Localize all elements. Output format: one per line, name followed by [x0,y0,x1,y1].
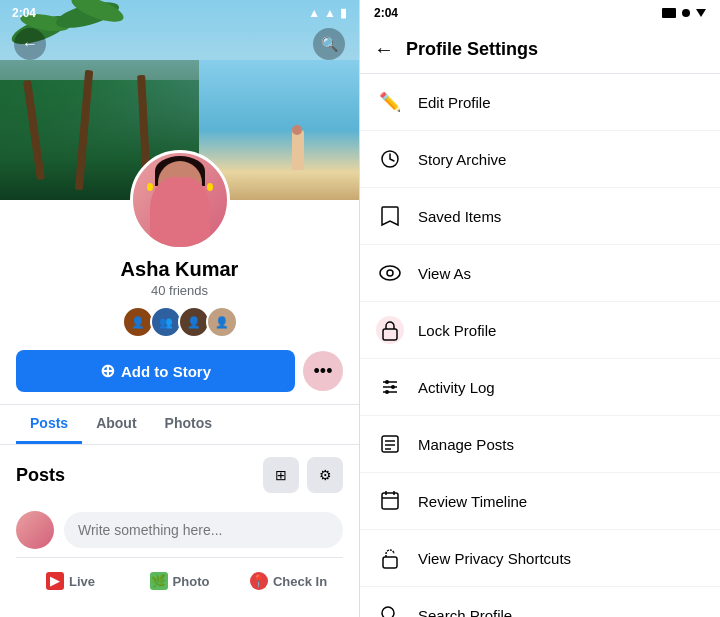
add-story-button[interactable]: ⊕ Add to Story [16,350,295,392]
svg-point-8 [391,385,395,389]
add-story-label: Add to Story [121,363,211,380]
menu-item-edit-profile[interactable]: ✏️ Edit Profile [360,74,720,131]
checkin-icon: 📍 [250,572,268,590]
menu-item-manage-posts[interactable]: Manage Posts [360,416,720,473]
friend-avatar-1[interactable]: 👤 [122,306,154,338]
avatar-body [150,177,210,250]
lock-profile-label: Lock Profile [418,322,496,339]
friend-avatars: 👤 👥 👤 👤 [122,306,238,338]
filter-button[interactable]: ⊞ [263,457,299,493]
tabs-row: Posts About Photos [0,404,359,445]
back-button[interactable]: ← [14,28,46,60]
menu-item-view-as[interactable]: View As [360,245,720,302]
menu-item-view-privacy[interactable]: View Privacy Shortcuts [360,530,720,587]
menu-item-story-archive[interactable]: Story Archive [360,131,720,188]
svg-rect-18 [383,557,397,568]
search-button[interactable]: 🔍 [313,28,345,60]
triangle-icon [696,9,706,17]
story-archive-icon [376,145,404,173]
back-arrow-right[interactable]: ← [374,38,394,61]
menu-item-activity-log[interactable]: Activity Log [360,359,720,416]
review-timeline-icon [376,487,404,515]
profile-name: Asha Kumar [121,258,239,281]
review-timeline-label: Review Timeline [418,493,527,510]
view-as-icon [376,259,404,287]
add-icon: ⊕ [100,360,115,382]
svg-point-19 [382,607,394,617]
wifi-icon: ▲ [324,6,336,20]
menu-item-search-profile[interactable]: Search Profile [360,587,720,617]
menu-item-review-timeline[interactable]: Review Timeline [360,473,720,530]
menu-item-saved-items[interactable]: Saved Items [360,188,720,245]
tab-about[interactable]: About [82,405,150,444]
photo-button[interactable]: 🌿 Photo [125,566,234,596]
status-bar-left: 2:04 ▲ ▲ ▮ [0,0,359,26]
saved-items-label: Saved Items [418,208,501,225]
checkin-button[interactable]: 📍 Check In [234,566,343,596]
battery-icon-left: ▮ [340,6,347,20]
svg-point-1 [380,266,400,280]
time-right: 2:04 [374,6,398,20]
story-archive-label: Story Archive [418,151,506,168]
status-icons-right [662,8,706,18]
right-panel: 2:04 ← Profile Settings ✏️ Edit Profile [360,0,720,617]
friend-avatar-2[interactable]: 👥 [150,306,182,338]
manage-posts-icon [376,430,404,458]
checkin-label: Check In [273,574,327,589]
saved-items-icon [376,202,404,230]
profile-settings-header: ← Profile Settings [360,26,720,74]
compose-row [16,503,343,557]
svg-rect-14 [382,493,398,509]
filter-icon: ⊞ [275,467,287,483]
ellipsis-icon: ••• [314,361,333,382]
settings-button[interactable]: ⚙ [307,457,343,493]
svg-point-2 [387,270,393,276]
settings-menu: ✏️ Edit Profile Story Archive [360,74,720,617]
media-row: ▶ Live 🌿 Photo 📍 Check In [16,557,343,604]
settings-title: Profile Settings [406,39,538,60]
friend-avatar-3[interactable]: 👤 [178,306,210,338]
status-icons-left: ▲ ▲ ▮ [308,6,347,20]
lock-profile-icon [376,316,404,344]
live-label: Live [69,574,95,589]
status-bar-right: 2:04 [360,0,720,26]
nav-bar: ← 🔍 [0,28,359,60]
compose-avatar [16,511,54,549]
action-row: ⊕ Add to Story ••• [0,338,359,404]
compose-input[interactable] [64,512,343,548]
posts-header: Posts ⊞ ⚙ [16,457,343,493]
time-left: 2:04 [12,6,36,20]
activity-log-icon [376,373,404,401]
signal-icon: ▲ [308,6,320,20]
edit-profile-icon: ✏️ [376,88,404,116]
live-icon: ▶ [46,572,64,590]
activity-log-label: Activity Log [418,379,495,396]
friend-avatar-4[interactable]: 👤 [206,306,238,338]
search-profile-label: Search Profile [418,607,512,618]
manage-posts-label: Manage Posts [418,436,514,453]
menu-item-lock-profile[interactable]: Lock Profile [360,302,720,359]
view-privacy-icon [376,544,404,572]
profile-section: Asha Kumar 40 friends 👤 👥 👤 👤 [0,150,359,338]
posts-controls: ⊞ ⚙ [263,457,343,493]
photo-label: Photo [173,574,210,589]
posts-section: Posts ⊞ ⚙ ▶ Live [0,445,359,604]
left-panel: ← 🔍 2:04 ▲ ▲ ▮ Asha Kumar 40 friends [0,0,360,617]
live-button[interactable]: ▶ Live [16,566,125,596]
more-options-button[interactable]: ••• [303,351,343,391]
friends-count: 40 friends [151,283,208,298]
photo-icon: 🌿 [150,572,168,590]
gear-icon: ⚙ [319,467,332,483]
tab-photos[interactable]: Photos [151,405,226,444]
tab-posts[interactable]: Posts [16,405,82,444]
search-profile-icon [376,601,404,617]
view-as-label: View As [418,265,471,282]
avatar [130,150,230,250]
posts-title: Posts [16,465,65,486]
edit-profile-label: Edit Profile [418,94,491,111]
svg-point-9 [385,390,389,394]
view-privacy-label: View Privacy Shortcuts [418,550,571,567]
dot-icon [682,9,690,17]
svg-rect-3 [383,329,397,340]
battery-full-icon [662,8,676,18]
